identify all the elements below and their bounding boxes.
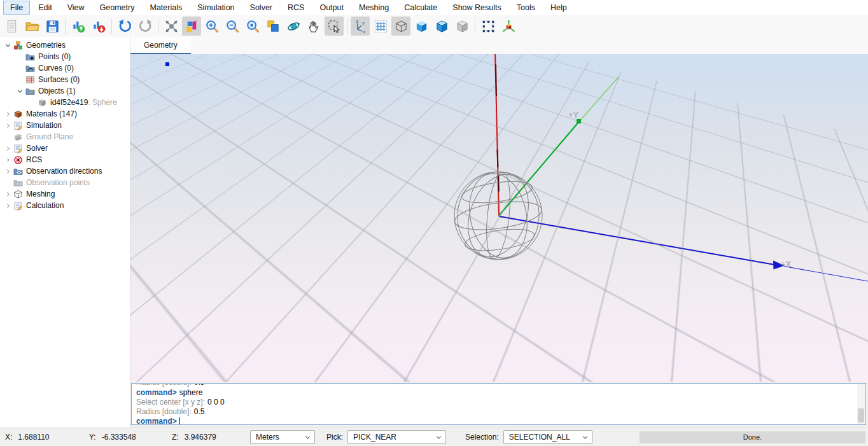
export-points-button[interactable] xyxy=(89,17,108,36)
fit-view-button[interactable] xyxy=(162,17,181,36)
shaded-edges-cube-icon xyxy=(435,19,449,34)
menu-edit[interactable]: Edit xyxy=(31,1,59,15)
meshing-cube-icon xyxy=(13,189,24,199)
menu-simulation[interactable]: Simulation xyxy=(190,1,241,15)
console-scrollbar[interactable] xyxy=(857,384,865,424)
zoom-window-button[interactable] xyxy=(243,17,262,36)
sidebar-item-points[interactable]: Points (0) xyxy=(0,51,130,62)
tab-geometry[interactable]: Geometry xyxy=(130,37,191,54)
selection-handles-button[interactable] xyxy=(479,17,498,36)
scene-svg: +Y +X xyxy=(130,54,868,382)
status-bar: X: 1.688110 Y: -6.333548 Z: 3.946379 Met… xyxy=(0,428,868,446)
sidebar-item-observation-points[interactable]: Observation points xyxy=(0,177,130,188)
new-document-button[interactable] xyxy=(2,17,21,36)
select-button[interactable] xyxy=(325,17,344,36)
surfaces-icon xyxy=(25,74,36,85)
wireframe-cube-icon xyxy=(394,19,409,34)
sidebar-item-label: Observation directions xyxy=(26,167,102,176)
cursor-y-readout: Y: -6.333548 xyxy=(89,433,172,442)
menu-rcs[interactable]: RCS xyxy=(281,1,311,15)
sidebar-item-meshing[interactable]: Meshing xyxy=(0,188,130,200)
sidebar-item-label: Observation points xyxy=(26,178,90,187)
menu-tools[interactable]: Tools xyxy=(510,1,542,15)
chevron-right-icon[interactable] xyxy=(3,143,13,153)
wireframe-view-button[interactable] xyxy=(391,17,410,36)
pick-mode-select[interactable]: PICK_NEAR xyxy=(347,430,446,444)
objects-folder-icon xyxy=(25,86,36,96)
cursor-z-readout: Z: 3.946379 xyxy=(172,433,244,442)
zoom-in-button[interactable] xyxy=(202,17,221,36)
chevron-placeholder xyxy=(27,97,37,108)
shaded-view-button[interactable] xyxy=(412,17,431,36)
import-points-button[interactable] xyxy=(69,17,88,36)
console-value: 0.5 xyxy=(194,407,205,416)
toolbar-separator xyxy=(65,18,66,34)
menu-file[interactable]: File xyxy=(3,1,30,15)
axes-widget-button[interactable]: ZYx xyxy=(351,17,370,36)
chevron-right-icon[interactable] xyxy=(3,189,13,199)
selection-label: Selection: xyxy=(465,433,499,442)
sidebar-item-simulation[interactable]: Simulation xyxy=(0,120,130,131)
menu-view[interactable]: View xyxy=(60,1,92,15)
zoom-out-icon xyxy=(225,19,240,34)
console-line: command>sphere xyxy=(136,388,855,398)
toolbar-separator xyxy=(158,18,158,34)
local-axes-button[interactable] xyxy=(499,17,518,36)
curves-folder-icon xyxy=(25,63,36,73)
chevron-right-icon[interactable] xyxy=(3,120,13,130)
sidebar-item-geometries[interactable]: Geometries xyxy=(0,39,130,51)
menu-help[interactable]: Help xyxy=(543,1,574,15)
selection-value: SELECTION_ALL xyxy=(509,433,570,442)
menu-solver[interactable]: Solver xyxy=(243,1,279,15)
menu-geometry[interactable]: Geometry xyxy=(93,1,142,15)
open-project-button[interactable] xyxy=(22,17,41,36)
sidebar-item-curves[interactable]: Curves (0) xyxy=(0,62,130,74)
hidden-line-view-button[interactable] xyxy=(452,17,472,36)
sidebar-item-rcs[interactable]: RCS xyxy=(0,154,130,165)
sidebar-item-sphere-object[interactable]: id4f52e419 : Sphere xyxy=(0,97,130,108)
save-project-button[interactable] xyxy=(43,17,62,36)
swap-view-button[interactable] xyxy=(263,17,283,36)
menu-materials[interactable]: Materials xyxy=(143,1,189,15)
menu-calculate[interactable]: Calculate xyxy=(397,1,444,15)
menu-output[interactable]: Output xyxy=(312,1,351,15)
selection-mode-select[interactable]: SELECTION_ALL xyxy=(503,430,592,444)
redo-button[interactable] xyxy=(136,17,155,36)
menu-show-results[interactable]: Show Results xyxy=(445,1,508,15)
console-input-line[interactable]: command> xyxy=(136,417,855,425)
sidebar-item-solver[interactable]: Solver xyxy=(0,143,130,154)
menu-meshing[interactable]: Meshing xyxy=(352,1,396,15)
units-select[interactable]: Meters xyxy=(250,430,315,444)
sidebar-item-calculation[interactable]: Calculation xyxy=(0,200,130,211)
undo-button[interactable] xyxy=(115,17,134,36)
orbit-button[interactable] xyxy=(284,17,303,36)
points-folder-icon xyxy=(25,52,36,62)
grid-toggle-button[interactable] xyxy=(371,17,390,36)
viewport-3d[interactable]: +Y +X xyxy=(130,54,868,382)
scrollbar-thumb[interactable] xyxy=(858,408,864,422)
chevron-right-icon[interactable] xyxy=(3,155,13,165)
select-cursor-icon xyxy=(327,19,342,34)
chevron-down-icon[interactable] xyxy=(15,86,25,96)
chevron-right-icon[interactable] xyxy=(3,200,13,211)
sidebar-item-label: Simulation xyxy=(26,121,62,130)
geometries-icon xyxy=(13,40,24,50)
zoom-out-button[interactable] xyxy=(223,17,242,36)
sidebar-item-ground-plane[interactable]: Ground Plane xyxy=(0,131,130,143)
chevron-right-icon[interactable] xyxy=(3,109,13,119)
chevron-down-icon[interactable] xyxy=(3,40,13,50)
sidebar-item-observation-directions[interactable]: Observation directions xyxy=(0,165,130,177)
z-axis-dark-segment xyxy=(496,64,496,96)
shaded-edges-view-button[interactable] xyxy=(432,17,451,36)
export-points-icon xyxy=(92,19,106,34)
x-axis-label: +X xyxy=(780,259,792,269)
chevron-right-icon[interactable] xyxy=(3,166,13,176)
chevron-placeholder xyxy=(3,132,13,142)
render-cubes-button[interactable] xyxy=(182,17,201,36)
pan-button[interactable] xyxy=(304,17,323,36)
sidebar-item-objects[interactable]: Objects (1) xyxy=(0,85,130,97)
sidebar-item-surfaces[interactable]: Surfaces (0) xyxy=(0,74,130,85)
command-console[interactable]: Radius [double]:0.5 command>sphere Selec… xyxy=(131,383,866,425)
sidebar-item-label: Meshing xyxy=(26,190,55,199)
sidebar-item-materials[interactable]: Materials (147) xyxy=(0,108,130,120)
